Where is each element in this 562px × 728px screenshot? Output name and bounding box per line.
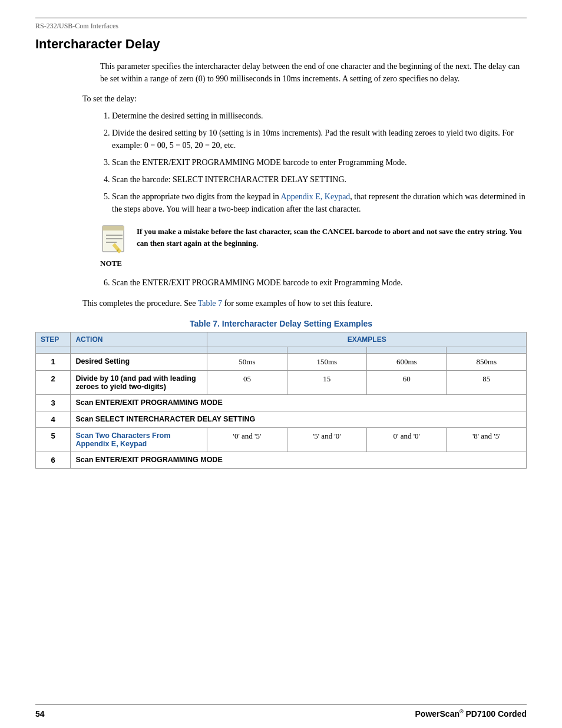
table-row: 2 Divide by 10 (and pad with leading zer… — [36, 371, 527, 395]
note-icon — [100, 223, 128, 254]
footer-product: PowerScan® PD7100 Corded — [415, 709, 527, 719]
step-4: Scan the barcode: SELECT INTERCHARACTER … — [112, 173, 527, 186]
step-3-text: Scan the ENTER/EXIT PROGRAMMING MODE bar… — [112, 158, 407, 167]
steps-list-6: Scan the ENTER/EXIT PROGRAMMING MODE bar… — [100, 276, 527, 289]
table-row: 6 Scan ENTER/EXIT PROGRAMMING MODE — [36, 452, 527, 469]
ex-cell-2-1: 05 — [207, 371, 287, 395]
step-4-text: Scan the barcode: SELECT INTERCHARACTER … — [112, 175, 346, 184]
ex-cell-5-2: '5' and '0' — [287, 428, 366, 452]
step-1: Determine the desired setting in millise… — [112, 110, 527, 122]
page-title: Intercharacter Delay — [35, 37, 527, 52]
scan-two-chars-label: Scan Two Characters From — [75, 431, 170, 440]
ex-cell-2-4: 85 — [447, 371, 527, 395]
ex-cell-1-1: 50ms — [207, 354, 287, 371]
table-row: 5 Scan Two Characters From Appendix E, K… — [36, 428, 527, 452]
completion-text: This completes the procedure. See Table … — [82, 297, 527, 309]
table7-link[interactable]: Table 7 — [198, 299, 222, 308]
top-rule — [35, 18, 527, 18]
svg-rect-1 — [103, 226, 124, 230]
action-cell-6: Scan ENTER/EXIT PROGRAMMING MODE — [71, 452, 527, 469]
col-header-examples: EXAMPLES — [207, 332, 527, 347]
step-cell-2: 2 — [36, 371, 71, 395]
col-subheader-ex3 — [366, 347, 446, 354]
table-row: 3 Scan ENTER/EXIT PROGRAMMING MODE — [36, 395, 527, 411]
ex-cell-1-4: 850ms — [447, 354, 527, 371]
ex-cell-2-2: 15 — [287, 371, 366, 395]
completion-after: for some examples of how to set this fea… — [222, 299, 372, 308]
col-subheader-action — [71, 347, 207, 354]
action-cell-2: Divide by 10 (and pad with leading zeroe… — [71, 371, 207, 395]
table-row: 1 Desired Setting 50ms 150ms 600ms 850ms — [36, 354, 527, 371]
intro-paragraph: This parameter specifies the intercharac… — [100, 60, 527, 85]
step-cell-4: 4 — [36, 411, 71, 428]
ex-cell-2-3: 60 — [366, 371, 446, 395]
data-table: STEP ACTION EXAMPLES 1 Desired Setting 5… — [35, 332, 527, 469]
action-cell-3: Scan ENTER/EXIT PROGRAMMING MODE — [71, 395, 527, 411]
step-2: Divide the desired setting by 10 (settin… — [112, 127, 527, 151]
footer-page-number: 54 — [35, 709, 45, 719]
col-subheader-ex4 — [447, 347, 527, 354]
step-6: Scan the ENTER/EXIT PROGRAMMING MODE bar… — [112, 276, 527, 289]
col-header-action: ACTION — [71, 332, 207, 347]
footer-product-name: PowerScan — [415, 709, 459, 719]
col-subheader-ex2 — [287, 347, 366, 354]
page: RS-232/USB-Com Interfaces Intercharacter… — [0, 0, 562, 728]
footer-product-model: PD7100 Corded — [464, 709, 527, 719]
footer-trademark: ® — [459, 709, 464, 714]
col-subheader-step — [36, 347, 71, 354]
step-5: Scan the appropriate two digits from the… — [112, 190, 527, 215]
ex-cell-5-3: 0' and '0' — [366, 428, 446, 452]
to-set-label: To set the delay: — [82, 94, 527, 104]
appendix-e-keypad-link[interactable]: Appendix E, Keypad — [281, 192, 351, 201]
step-cell-6: 6 — [36, 452, 71, 469]
note-text: If you make a mistake before the last ch… — [137, 223, 527, 249]
appendix-e-keypad-table-link[interactable]: Appendix E, Keypad — [75, 440, 147, 448]
col-header-step: STEP — [36, 332, 71, 347]
note-label: NOTE — [100, 259, 122, 268]
step-5-text-before: Scan the appropriate two digits from the… — [112, 192, 281, 201]
step-1-text: Determine the desired setting in millise… — [112, 111, 263, 120]
step-2-text: Divide the desired setting by 10 (settin… — [112, 129, 514, 150]
step-3: Scan the ENTER/EXIT PROGRAMMING MODE bar… — [112, 156, 527, 169]
ex-cell-5-1: '0' and '5' — [207, 428, 287, 452]
intro-text: This parameter specifies the intercharac… — [100, 62, 520, 83]
note-inner: If you make a mistake before the last ch… — [100, 223, 527, 254]
table-title: Table 7. Intercharacter Delay Setting Ex… — [35, 319, 527, 328]
completion-before: This completes the procedure. See — [82, 299, 198, 308]
table-header-row: STEP ACTION EXAMPLES — [36, 332, 527, 347]
step-cell-1: 1 — [36, 354, 71, 371]
footer-rule — [35, 704, 527, 704]
step-6-text: Scan the ENTER/EXIT PROGRAMMING MODE bar… — [112, 278, 403, 287]
col-subheader-ex1 — [207, 347, 287, 354]
ex-cell-1-2: 150ms — [287, 354, 366, 371]
action-cell-5: Scan Two Characters From Appendix E, Key… — [71, 428, 207, 452]
ex-cell-5-4: '8' and '5' — [447, 428, 527, 452]
ex-cell-1-3: 600ms — [366, 354, 446, 371]
table-row: 4 Scan SELECT INTERCHARACTER DELAY SETTI… — [36, 411, 527, 428]
table-subheader-row — [36, 347, 527, 354]
footer: 54 PowerScan® PD7100 Corded — [35, 709, 527, 719]
breadcrumb: RS-232/USB-Com Interfaces — [35, 22, 527, 31]
step-cell-3: 3 — [36, 395, 71, 411]
action-cell-1: Desired Setting — [71, 354, 207, 371]
step-cell-5: 5 — [36, 428, 71, 452]
steps-list: Determine the desired setting in millise… — [100, 110, 527, 215]
note-box: If you make a mistake before the last ch… — [100, 223, 527, 268]
action-cell-4: Scan SELECT INTERCHARACTER DELAY SETTING — [71, 411, 527, 428]
